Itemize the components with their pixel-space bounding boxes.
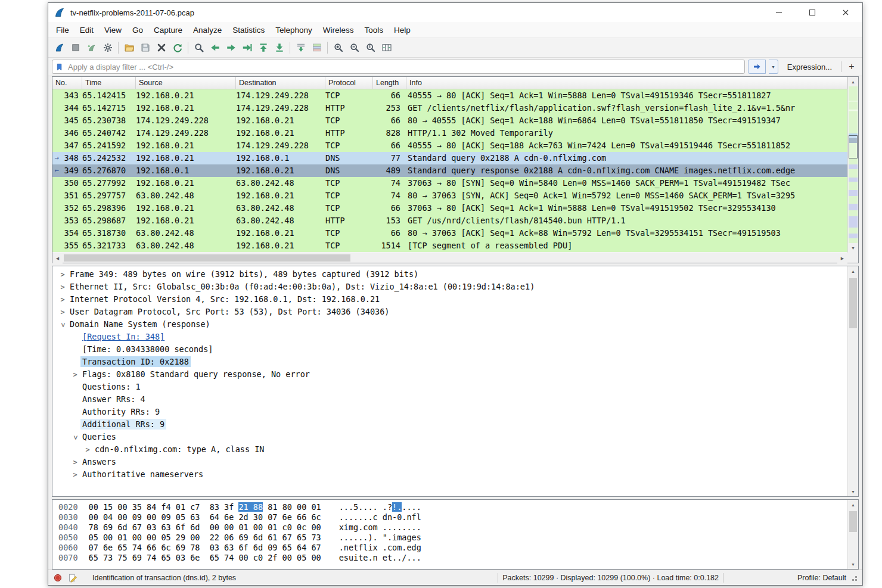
packet-row-355[interactable]: 35565.32173363.80.242.48192.168.0.21TCP1… [52, 239, 847, 252]
hscroll-thumb[interactable] [64, 254, 350, 262]
packet-row-350[interactable]: 35065.277992192.168.0.2163.80.242.48TCP7… [52, 177, 847, 189]
packet-row-347[interactable]: 34765.241592192.168.0.21174.129.249.228T… [52, 139, 847, 152]
packet-list-hscrollbar[interactable]: ◀ ▶ [52, 253, 847, 263]
menu-tools[interactable]: Tools [359, 23, 389, 38]
capture-options-button[interactable] [100, 40, 116, 55]
menu-analyze[interactable]: Analyze [188, 23, 227, 38]
detail-line[interactable]: >Queries [52, 431, 847, 443]
detail-line[interactable]: >Internet Protocol Version 4, Src: 192.1… [52, 293, 847, 306]
expand-toggle-icon[interactable]: > [57, 269, 68, 281]
packet-row-353[interactable]: 35365.298687192.168.0.2163.80.242.48HTTP… [52, 214, 847, 227]
auto-scroll-toggle-button[interactable] [293, 40, 309, 55]
detail-line[interactable]: [Request In: 348] [52, 331, 847, 343]
scroll-right-arrow[interactable]: ▶ [837, 253, 847, 263]
minimize-button[interactable] [762, 3, 796, 22]
hex-row-0050[interactable]: 005005 00 01 00 00 05 29 00 22 06 69 6d … [58, 533, 847, 543]
menu-capture[interactable]: Capture [148, 23, 188, 38]
go-forward-button[interactable] [223, 40, 239, 55]
expression-button[interactable]: Expression... [781, 61, 838, 73]
details-scrollbar[interactable]: ▲ ▼ [847, 266, 858, 496]
hex-row-0070[interactable]: 007065 73 75 69 74 65 03 6e 65 74 00 c0 … [58, 553, 847, 563]
hex-row-0040[interactable]: 004078 69 6d 67 03 63 6f 6d 00 00 01 00 … [58, 522, 847, 533]
menu-telephony[interactable]: Telephony [270, 23, 318, 38]
hex-scroll-track[interactable] [848, 509, 858, 559]
colorize-toggle-button[interactable] [309, 40, 325, 55]
zoom-out-button[interactable] [346, 40, 362, 55]
packet-row-346[interactable]: 34665.240742174.129.249.228192.168.0.21H… [52, 127, 847, 139]
request-in-link[interactable]: [Request In: 348] [80, 331, 166, 342]
menu-help[interactable]: Help [389, 23, 416, 38]
maximize-button[interactable] [796, 3, 829, 22]
resize-columns-button[interactable] [378, 40, 395, 55]
packet-list-scrollbar[interactable]: ▲ ▼ [847, 77, 858, 253]
detail-line[interactable]: >Domain Name System (response) [52, 318, 847, 331]
menu-view[interactable]: View [99, 23, 127, 38]
column-header-no[interactable]: No. [52, 77, 82, 89]
menu-go[interactable]: Go [127, 23, 148, 38]
display-filter-input[interactable]: Apply a display filter ... <Ctrl-/> [52, 60, 745, 74]
details-scroll-up-arrow[interactable]: ▲ [848, 266, 858, 276]
add-filter-button[interactable]: + [844, 60, 859, 73]
packet-row-352[interactable]: 35265.298396192.168.0.2163.80.242.48TCP6… [52, 202, 847, 214]
hex-scrollbar[interactable]: ▲ ▼ [847, 500, 858, 569]
expand-toggle-icon[interactable]: > [82, 444, 93, 456]
detail-line[interactable]: >Answers [52, 456, 847, 468]
hex-scroll-thumb[interactable] [849, 511, 857, 532]
scroll-left-arrow[interactable]: ◀ [52, 253, 63, 263]
profile-text[interactable]: Profile: Default [797, 574, 846, 582]
menu-wireless[interactable]: Wireless [318, 23, 359, 38]
find-packet-button[interactable] [191, 40, 207, 55]
packet-row-354[interactable]: 35465.31873063.80.242.48192.168.0.21TCP6… [52, 227, 847, 239]
expand-toggle-icon[interactable]: > [57, 306, 68, 319]
column-header-destination[interactable]: Destination [236, 77, 325, 89]
detail-line[interactable]: Answer RRs: 4 [52, 393, 847, 406]
expand-toggle-icon[interactable]: > [57, 294, 68, 306]
detail-line[interactable]: >Ethernet II, Src: Globalsc_00:3b:0a (f0… [52, 281, 847, 293]
detail-line[interactable]: >Frame 349: 489 bytes on wire (3912 bits… [52, 268, 847, 281]
start-capture-button[interactable] [51, 40, 67, 55]
expand-toggle-icon[interactable]: > [70, 469, 80, 481]
go-to-packet-button[interactable] [239, 40, 255, 55]
open-file-button[interactable] [121, 40, 137, 55]
column-header-info[interactable]: Info [406, 77, 847, 89]
detail-line[interactable]: [Time: 0.034338000 seconds] [52, 343, 847, 356]
go-to-bottom-button[interactable] [271, 40, 287, 55]
column-header-time[interactable]: Time [82, 77, 136, 89]
collapse-toggle-icon[interactable]: > [69, 433, 82, 443]
close-button[interactable] [829, 3, 862, 22]
detail-line[interactable]: >Authoritative nameservers [52, 468, 847, 481]
scroll-down-arrow[interactable]: ▼ [848, 243, 858, 253]
column-header-length[interactable]: Length [373, 77, 406, 89]
details-scroll-thumb[interactable] [849, 278, 857, 328]
hscroll-track[interactable] [63, 253, 837, 263]
resize-grip[interactable] [850, 574, 858, 581]
expand-toggle-icon[interactable]: > [70, 369, 80, 381]
minimap-viewport-indicator[interactable] [849, 135, 858, 158]
stop-capture-button[interactable] [67, 40, 83, 55]
filter-dropdown-caret[interactable]: ▼ [769, 60, 778, 74]
packet-row-344[interactable]: 34465.142715192.168.0.21174.129.249.228H… [52, 102, 847, 114]
capture-comment-icon[interactable] [68, 573, 79, 583]
packet-row-351[interactable]: 35165.29775763.80.242.48192.168.0.21TCP7… [52, 189, 847, 202]
apply-filter-button[interactable] [748, 60, 766, 74]
collapse-toggle-icon[interactable]: > [57, 320, 69, 331]
menu-file[interactable]: File [51, 23, 74, 38]
column-header-protocol[interactable]: Protocol [325, 77, 373, 89]
save-file-button[interactable] [137, 40, 153, 55]
expand-toggle-icon[interactable]: > [57, 281, 68, 294]
column-header-source[interactable]: Source [136, 77, 236, 89]
close-file-button[interactable] [153, 40, 169, 55]
hex-scroll-down-arrow[interactable]: ▼ [848, 559, 858, 569]
details-scroll-track[interactable] [848, 276, 858, 487]
zoom-in-button[interactable] [330, 40, 346, 55]
reload-file-button[interactable] [169, 40, 185, 55]
detail-line[interactable]: >User Datagram Protocol, Src Port: 53 (5… [52, 306, 847, 318]
packet-row-349[interactable]: ←34965.276870192.168.0.1192.168.0.21DNS4… [52, 164, 847, 177]
filter-bookmark-icon[interactable] [55, 63, 64, 71]
go-to-top-button[interactable] [255, 40, 271, 55]
packet-row-348[interactable]: →34865.242532192.168.0.21192.168.0.1DNS7… [52, 152, 847, 164]
go-back-button[interactable] [207, 40, 223, 55]
packet-row-345[interactable]: 34565.230738174.129.249.228192.168.0.21T… [52, 114, 847, 127]
details-scroll-down-arrow[interactable]: ▼ [848, 487, 858, 496]
menu-statistics[interactable]: Statistics [227, 23, 270, 38]
